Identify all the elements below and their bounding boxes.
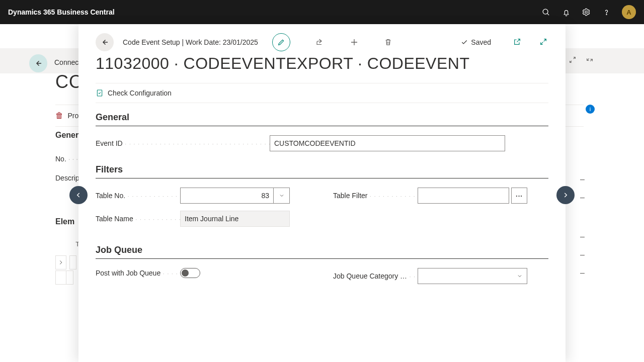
post-job-queue-toggle[interactable]	[180, 268, 200, 278]
topbar-actions: A	[541, 5, 636, 19]
saved-indicator: Saved	[461, 38, 491, 46]
table-no-label: Table No.	[96, 192, 180, 200]
job-queue-category-label: Job Queue Category …	[333, 272, 418, 280]
section-filters: Filters	[96, 164, 548, 178]
bg-window-controls	[569, 56, 594, 64]
new-icon[interactable]	[350, 38, 359, 47]
settings-icon[interactable]	[582, 8, 591, 17]
share-icon[interactable]	[315, 38, 325, 47]
app-title: Dynamics 365 Business Central	[8, 8, 115, 16]
bg-collapse-dashes: –––––	[580, 175, 585, 278]
notifications-icon[interactable]	[561, 8, 571, 17]
row-indicator[interactable]	[55, 255, 66, 269]
event-id-label: Event ID	[96, 139, 270, 147]
bg-general-heading: Gener	[55, 131, 78, 140]
record-card: Code Event Setup | Work Date: 23/01/2025…	[78, 24, 566, 362]
section-general: General	[96, 112, 548, 126]
bg-back-button[interactable]	[29, 54, 47, 72]
table-filter-assist[interactable]: ···	[511, 188, 527, 204]
post-job-queue-label: Post with Job Queue	[96, 269, 180, 277]
bg-delete-icon: 🗑	[55, 111, 63, 120]
bg-description-label: Descript	[55, 174, 81, 182]
delete-icon[interactable]	[384, 38, 393, 47]
table-filter-label: Table Filter	[333, 192, 418, 200]
table-name-label: Table Name	[96, 215, 180, 223]
search-icon[interactable]	[541, 8, 550, 17]
avatar[interactable]: A	[622, 5, 636, 19]
card-title: Code Event Setup | Work Date: 23/01/2025	[123, 38, 258, 46]
table-filter-field[interactable]	[418, 188, 509, 204]
event-id-field[interactable]	[270, 135, 505, 151]
bg-no-label: No. · · ·	[55, 155, 78, 163]
collapse-icon[interactable]	[586, 56, 594, 64]
next-record-button[interactable]	[556, 186, 575, 204]
prev-record-button[interactable]	[69, 186, 88, 204]
svg-point-0	[543, 9, 548, 14]
check-configuration-action[interactable]: Check Configuration	[96, 83, 548, 103]
table-no-field[interactable]	[180, 188, 274, 204]
expand-icon[interactable]	[539, 38, 548, 47]
card-toolbar: Code Event Setup | Work Date: 23/01/2025…	[96, 33, 548, 51]
svg-point-3	[606, 14, 606, 15]
help-icon[interactable]	[602, 8, 611, 17]
info-badge[interactable]: i	[586, 105, 595, 114]
back-button[interactable]	[96, 33, 114, 51]
title-bar: Dynamics 365 Business Central A	[0, 0, 644, 24]
svg-line-1	[547, 13, 549, 15]
record-title: 11032000 · CODEEVENTEXPORT · CODEEVENT	[96, 54, 548, 73]
popout-icon[interactable]	[513, 38, 522, 47]
collapse-in-icon[interactable]	[569, 56, 577, 64]
job-queue-category-select[interactable]	[418, 268, 527, 284]
chevron-down-icon	[517, 273, 523, 279]
svg-point-2	[585, 11, 588, 14]
bg-elements-heading: Elem	[55, 217, 74, 226]
edit-button[interactable]	[272, 33, 290, 51]
section-job-queue: Job Queue	[96, 245, 548, 259]
check-config-label: Check Configuration	[108, 89, 172, 97]
check-config-icon	[96, 89, 104, 97]
table-name-field	[180, 211, 290, 227]
table-no-lookup[interactable]	[274, 188, 290, 204]
